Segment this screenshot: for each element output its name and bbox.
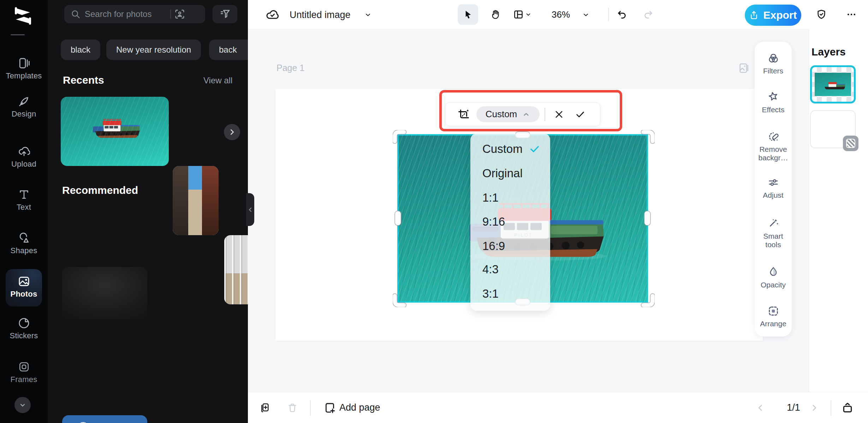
- crop-handle-right[interactable]: [644, 211, 650, 225]
- ratio-option-3-1[interactable]: 3:1: [482, 285, 545, 302]
- sidebar-item-upload[interactable]: Upload: [0, 145, 48, 169]
- crop-ratio-dropdown-button[interactable]: Custom: [476, 106, 540, 122]
- recommended-thumb-dark-texture[interactable]: [62, 267, 147, 320]
- shield-check-icon: [816, 9, 827, 20]
- ratio-option-custom[interactable]: Custom: [482, 141, 545, 157]
- design-icon: [18, 95, 30, 107]
- document-title[interactable]: Untitled image: [290, 10, 351, 20]
- ratio-option-16-9[interactable]: 16:9: [482, 238, 545, 255]
- tag-chip-back[interactable]: back: [209, 40, 248, 60]
- panel-collapse-handle[interactable]: [246, 193, 254, 226]
- crop-handle-top-left[interactable]: [393, 130, 407, 144]
- page-gallery-icon[interactable]: [738, 62, 750, 74]
- crop-handle-bottom-right[interactable]: [641, 293, 655, 307]
- ratio-option-4-3[interactable]: 4:3: [482, 261, 545, 278]
- sidebar-item-design[interactable]: Design: [0, 95, 48, 119]
- capcut-logo-icon[interactable]: [13, 6, 33, 26]
- layer-item-image[interactable]: [810, 65, 856, 103]
- tag-chip-black[interactable]: black: [61, 40, 100, 60]
- sidebar-item-label: Photos: [6, 290, 42, 299]
- upload-icon: [18, 145, 30, 157]
- recent-thumb-boat[interactable]: [61, 97, 169, 166]
- title-chevron-down-icon[interactable]: [364, 11, 372, 19]
- select-tool-button[interactable]: [458, 4, 478, 25]
- tool-label: Filters: [763, 67, 783, 75]
- sidebar-item-text[interactable]: Text: [0, 189, 48, 212]
- crop-handle-top-right[interactable]: [641, 130, 655, 144]
- layout-tool-button[interactable]: [512, 4, 533, 25]
- redo-button[interactable]: [638, 4, 659, 25]
- tool-smart-tools[interactable]: Smart tools: [755, 218, 792, 249]
- shapes-icon: [18, 232, 30, 244]
- crop-handle-left[interactable]: [395, 211, 401, 225]
- smart-tools-icon: [767, 218, 779, 230]
- sidebar-item-shapes[interactable]: Shapes: [0, 232, 48, 255]
- prev-page-button[interactable]: [751, 399, 769, 417]
- cloud-save-icon[interactable]: [266, 8, 280, 22]
- tool-filters[interactable]: Filters: [755, 52, 792, 75]
- tool-remove-background[interactable]: Remove backgr…: [755, 131, 792, 162]
- crop-handle-bottom-left[interactable]: [393, 293, 407, 307]
- confirm-crop-button[interactable]: [572, 106, 588, 123]
- tool-arrange[interactable]: Arrange: [755, 305, 792, 328]
- delete-page-button[interactable]: [283, 399, 302, 417]
- tool-effects[interactable]: Effects: [755, 91, 792, 114]
- filters-icon: [767, 52, 779, 64]
- hand-tool-button[interactable]: [485, 4, 506, 25]
- pages-view-button[interactable]: [838, 399, 857, 417]
- sidebar-item-photos[interactable]: Photos: [6, 269, 42, 306]
- photos-panel: black New year resolution back Recents V…: [48, 0, 248, 423]
- crop-icon[interactable]: [458, 109, 470, 121]
- tool-opacity[interactable]: Opacity: [755, 266, 792, 289]
- recents-next-button[interactable]: [224, 124, 240, 140]
- image-search-icon[interactable]: [174, 9, 185, 19]
- photo-search-bar[interactable]: [64, 5, 205, 23]
- add-page-label[interactable]: Add page: [339, 402, 380, 413]
- recommended-thumb-city-dusk[interactable]: [62, 415, 147, 423]
- cancel-crop-button[interactable]: [551, 106, 567, 123]
- ratio-option-original[interactable]: Original: [482, 165, 545, 182]
- tag-chip-new-year[interactable]: New year resolution: [106, 40, 201, 60]
- layout-icon: [513, 9, 524, 20]
- undo-button[interactable]: [612, 4, 632, 25]
- zoom-level[interactable]: 36%: [552, 9, 570, 20]
- photo-filter-button[interactable]: [213, 5, 237, 23]
- chevron-up-icon: [522, 110, 530, 119]
- ratio-option-label: 4:3: [482, 263, 499, 276]
- view-all-link[interactable]: View all: [203, 76, 232, 85]
- sidebar-item-frames[interactable]: Frames: [0, 361, 48, 384]
- ratio-option-1-1[interactable]: 1:1: [482, 189, 545, 206]
- cursor-icon: [463, 9, 473, 20]
- safety-button[interactable]: [811, 4, 832, 25]
- export-label: Export: [763, 9, 797, 21]
- tool-label: Opacity: [761, 281, 786, 289]
- opacity-icon: [767, 266, 779, 278]
- layer-item-background[interactable]: [810, 110, 856, 148]
- tool-label: Smart tools: [758, 232, 789, 249]
- more-options-button[interactable]: [841, 4, 862, 25]
- close-icon: [554, 109, 564, 119]
- duplicate-page-button[interactable]: [256, 399, 274, 417]
- ratio-option-9-16[interactable]: 9:16: [482, 213, 545, 230]
- tool-adjust[interactable]: Adjust: [755, 177, 792, 199]
- zoom-chevron-down-icon[interactable]: [582, 11, 590, 19]
- crop-toolbar-divider: [545, 108, 545, 121]
- tool-label: Adjust: [763, 191, 783, 199]
- chevron-left-icon: [756, 403, 765, 412]
- sidebar-item-label: Text: [0, 203, 48, 212]
- search-input[interactable]: [85, 9, 170, 19]
- chevron-left-icon: [247, 206, 254, 213]
- recent-thumb-street[interactable]: [173, 166, 219, 235]
- export-button[interactable]: Export: [745, 5, 801, 26]
- recent-thumb-forest[interactable]: [224, 235, 248, 304]
- chevron-right-icon: [228, 128, 236, 136]
- next-page-button[interactable]: [805, 399, 824, 417]
- sidebar-item-stickers[interactable]: Stickers: [0, 317, 48, 340]
- rail-more-button[interactable]: [14, 397, 31, 413]
- hand-icon: [490, 9, 501, 20]
- sidebar-item-templates[interactable]: Templates: [0, 57, 48, 81]
- search-icon: [71, 9, 81, 19]
- add-page-button[interactable]: [321, 399, 339, 417]
- background-layer-badge: [843, 136, 858, 151]
- filter-funnel-icon: [219, 8, 231, 20]
